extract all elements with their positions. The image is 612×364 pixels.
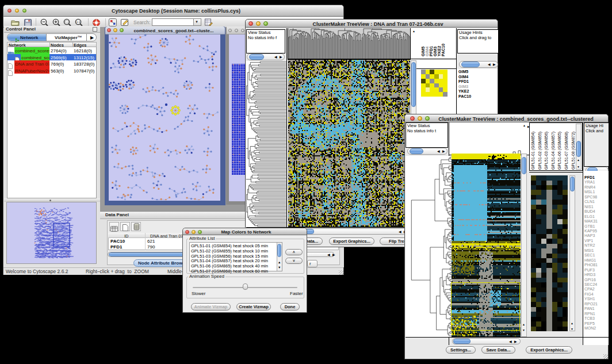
svg-text:1:1: 1:1 [76,20,81,24]
